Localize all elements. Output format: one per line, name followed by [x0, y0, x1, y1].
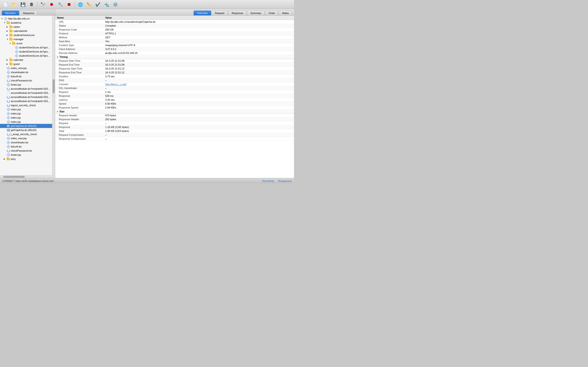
- tree-item[interactable]: footer.jsp: [0, 83, 52, 87]
- row-value-cell: 1.16 KB (1192 bytes): [103, 125, 294, 129]
- table-row: Response Header262 bytes: [55, 117, 294, 121]
- tree-item[interactable]: listLeft.do: [0, 74, 52, 78]
- section-header-cell: ▼Timing: [55, 55, 294, 59]
- tree-container[interactable]: ▼http://jw.djtu.edu.cn▼academic▶styles▶c…: [0, 16, 52, 175]
- tree-item[interactable]: checkPassword.do: [0, 78, 52, 83]
- table-row: Response Start Time16-3-25 21:51:12: [55, 67, 294, 71]
- tree-item[interactable]: ▶jwzy: [0, 157, 52, 161]
- tree-expand-arrow[interactable]: ▶: [6, 34, 9, 36]
- tree-expand-arrow[interactable]: ▼: [4, 22, 6, 24]
- tree-expand-arrow[interactable]: ▶: [6, 30, 9, 32]
- tree-item[interactable]: accessModule.do?moduleId=2021&groupId=: [0, 99, 52, 103]
- tree-item-label: listLeft.do: [11, 75, 22, 78]
- tree-item[interactable]: showHeader.do: [0, 70, 52, 74]
- left-hscroll-track: [0, 176, 54, 178]
- tree-item[interactable]: index.jsp: [0, 116, 52, 120]
- tree-item[interactable]: 📄accessModule.do?moduleId=2021&groupId=: [0, 91, 52, 95]
- save-btn[interactable]: 💾: [19, 1, 27, 8]
- recording-link[interactable]: Recording: [262, 180, 274, 182]
- tree-item[interactable]: ▼http://jw.djtu.edu.cn: [0, 17, 52, 21]
- tree-item[interactable]: ▶studentcheckscore: [0, 33, 52, 37]
- tree-item-label: getCaptcha.do (80x25): [11, 125, 36, 127]
- tree-item[interactable]: checkPassword.do: [0, 149, 52, 153]
- section-arrow[interactable]: ▼: [57, 56, 59, 58]
- tree-item[interactable]: ▼academic: [0, 21, 52, 25]
- tree-item[interactable]: index_new.jsp: [0, 66, 52, 70]
- tree-item[interactable]: j_acegi_security_check: [0, 132, 52, 136]
- tab-request[interactable]: Request: [212, 10, 228, 15]
- tab-sequence[interactable]: Sequence: [19, 10, 38, 15]
- tree-item[interactable]: studentOwnScore.do?groupId=&moduleId=202…: [0, 50, 52, 54]
- left-scrollbar[interactable]: [52, 16, 55, 175]
- row-name-cell: URL: [55, 20, 103, 24]
- tree-item[interactable]: studentOwnScore.do?groupId=&moduleId=202…: [0, 54, 52, 58]
- tree-item[interactable]: accessModule.do?moduleId=2021&groupId=: [0, 95, 52, 99]
- tree-item-icon: [12, 42, 16, 45]
- tree-item[interactable]: listLeft.do: [0, 144, 52, 149]
- tab-notes[interactable]: Notes: [279, 10, 292, 15]
- tree-item-icon: [6, 112, 10, 115]
- left-tab-bar: Structure Sequence: [0, 9, 55, 16]
- tree-expand-arrow[interactable]: ▶: [6, 26, 9, 28]
- row-value-cell: 16-3-25 21:51:08: [103, 63, 294, 67]
- tree-item[interactable]: ▼manager: [0, 37, 52, 41]
- check-btn[interactable]: ✔️: [94, 1, 102, 8]
- trash-btn[interactable]: 🗑: [28, 1, 35, 8]
- wrench-btn[interactable]: 🔩: [103, 1, 110, 8]
- open-file-btn[interactable]: 📄: [2, 1, 9, 8]
- section-arrow[interactable]: ▼: [57, 110, 59, 113]
- tree-item[interactable]: footer.jsp: [0, 153, 52, 157]
- tab-summary[interactable]: Summary: [247, 10, 265, 15]
- table-row: Response Speed2.69 KB/s: [55, 106, 294, 110]
- tree-item[interactable]: showHeader.do: [0, 140, 52, 144]
- tree-item[interactable]: ▶guest: [0, 62, 52, 66]
- tree-expand-arrow[interactable]: ▶: [4, 158, 6, 160]
- table-row: Response End Time16-3-25 21:51:12: [55, 71, 294, 75]
- tree-item-label: logout_security_check: [11, 104, 36, 107]
- tree-item[interactable]: accessModule.do?moduleId=2020&groupId=: [0, 87, 52, 91]
- tree-item-label: studentcheckscore: [14, 34, 35, 36]
- section-header-cell: ▼Size: [55, 110, 294, 114]
- tree-item[interactable]: ▶styles: [0, 25, 52, 29]
- folder-btn[interactable]: 📁: [10, 1, 18, 8]
- binoculars-btn[interactable]: 🔭: [39, 1, 47, 8]
- tree-expand-arrow[interactable]: ▼: [1, 17, 4, 20]
- tree-item[interactable]: index.jsp: [0, 107, 52, 111]
- tree-expand-arrow[interactable]: ▼: [6, 38, 9, 40]
- tree-item[interactable]: index.jsp: [0, 120, 52, 124]
- tree-expand-arrow[interactable]: ▶: [6, 59, 9, 61]
- tab-overview[interactable]: Overview: [194, 10, 211, 15]
- tree-item[interactable]: index.jsp: [0, 111, 52, 116]
- pencil-btn[interactable]: ✏️: [86, 1, 93, 8]
- tree-item[interactable]: ▶calendarinfo: [0, 29, 52, 33]
- tools-btn[interactable]: 🔧: [57, 1, 64, 8]
- record-btn[interactable]: ⏺: [48, 1, 55, 8]
- tab-chart[interactable]: Chart: [265, 10, 278, 15]
- left-panel: Structure Sequence ▼http://jw.djtu.edu.c…: [0, 9, 55, 178]
- tree-expand-arrow[interactable]: ▼: [9, 42, 12, 44]
- row-name-cell: Kept Alive: [55, 40, 103, 43]
- row-name-cell: SSL Handshake: [55, 86, 103, 90]
- left-hscrollbar[interactable]: [0, 175, 55, 178]
- tab-structure[interactable]: Structure: [2, 10, 19, 15]
- tree-item[interactable]: getCaptcha.do (80x25): [0, 124, 52, 128]
- tree-expand-arrow[interactable]: ▶: [6, 63, 9, 65]
- folder-icon: [9, 38, 13, 41]
- tree-item[interactable]: ▶calendar: [0, 58, 52, 62]
- network-btn[interactable]: 🌐: [77, 1, 84, 8]
- table-row: Response Compression–: [55, 137, 294, 141]
- tree-item[interactable]: getCaptcha.do (80x25): [0, 128, 52, 132]
- stop-btn[interactable]: ⏹: [65, 1, 73, 8]
- tree-item[interactable]: logout_security_check: [0, 103, 52, 107]
- tree-item[interactable]: ▼score: [0, 41, 52, 45]
- gear-btn[interactable]: ⚙️: [112, 1, 119, 8]
- left-scrollbar-thumb[interactable]: [52, 79, 55, 93]
- row-name-cell: Response Speed: [55, 106, 103, 110]
- left-hscroll-thumb[interactable]: [3, 176, 25, 178]
- breakpoints-link[interactable]: Breakpoints: [278, 180, 292, 182]
- tree-item[interactable]: studentOwnScore.do?groupId=&moduleId=202…: [0, 45, 52, 50]
- tree-item[interactable]: index_new.jsp: [0, 136, 52, 140]
- tree-item-icon: [6, 157, 10, 161]
- tab-response[interactable]: Response: [228, 10, 247, 15]
- col-name-header: Name: [55, 16, 103, 20]
